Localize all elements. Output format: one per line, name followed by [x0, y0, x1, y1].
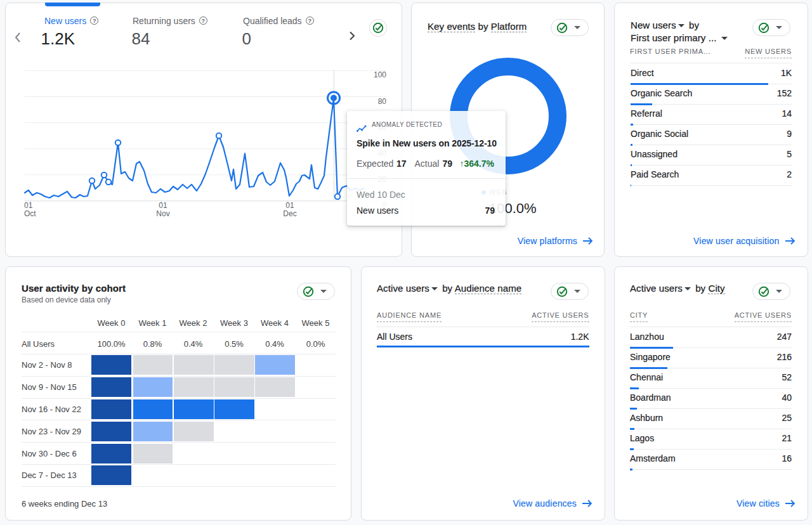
- svg-text:01: 01: [285, 201, 294, 210]
- svg-text:Nov: Nov: [156, 209, 169, 218]
- svg-text:80: 80: [378, 97, 387, 106]
- svg-text:Dec: Dec: [283, 209, 296, 218]
- svg-text:01: 01: [159, 201, 167, 210]
- svg-text:01: 01: [24, 201, 33, 210]
- svg-text:Oct: Oct: [24, 209, 36, 218]
- svg-text:100: 100: [374, 70, 386, 79]
